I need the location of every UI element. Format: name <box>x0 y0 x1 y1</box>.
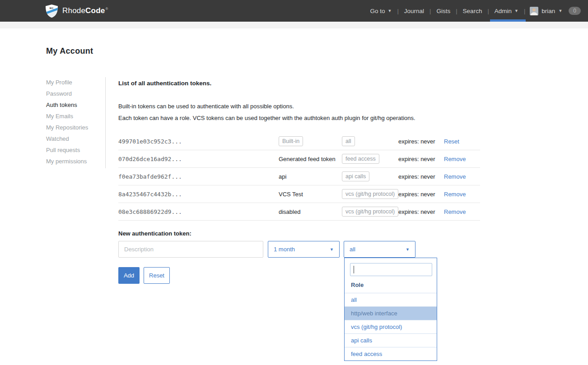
dropdown-group-label: Role <box>351 282 364 288</box>
user-menu[interactable]: brian ▼ <box>530 7 562 15</box>
token-description: api <box>279 173 286 180</box>
sidebar-item-watched[interactable]: Watched <box>46 133 104 144</box>
section-heading: List of all authentication tokens. <box>118 80 211 87</box>
token-role-badge: api calls <box>342 171 369 181</box>
username: brian <box>541 8 555 14</box>
nav-item-label: Journal <box>404 8 424 14</box>
role-select[interactable]: all ▼ <box>344 241 415 258</box>
token-role-badge: all <box>342 136 355 146</box>
top-navbar: RC RhodeCode® Go to ▼ | Journal | Gists … <box>0 0 588 22</box>
caret-down-icon: ▼ <box>387 9 392 13</box>
token-value: f0ea73bafde962f... <box>118 173 182 180</box>
nav-separator: | <box>397 8 398 14</box>
token-row: f0ea73bafde962f... api api calls expires… <box>118 168 480 185</box>
auth-tokens-panel: List of all authentication tokens. Built… <box>118 78 480 361</box>
token-value: 08e3c68886922d9... <box>118 208 182 215</box>
sidebar-divider <box>105 77 106 168</box>
page: RC RhodeCode® Go to ▼ | Journal | Gists … <box>0 0 588 365</box>
nav-separator: | <box>456 8 457 14</box>
dropdown-options: all http/web interface vcs (git/hg proto… <box>345 293 437 360</box>
add-button[interactable]: Add <box>118 267 140 284</box>
dropdown-option-feed-access[interactable]: feed access <box>345 347 437 360</box>
new-token-label: New authentication token: <box>118 230 191 237</box>
token-expires: expires: never <box>398 138 435 145</box>
token-reset-link[interactable]: Reset <box>444 138 459 145</box>
sidebar-item-auth-tokens[interactable]: Auth tokens <box>46 99 104 111</box>
text-cursor <box>354 266 354 273</box>
token-table: 499701e03c952c3... Built-in all expires:… <box>118 133 480 221</box>
caret-down-icon: ▼ <box>558 9 562 13</box>
token-row: 8a4235467c4432b... VCS Test vcs (git/hg … <box>118 185 480 203</box>
intro-text-2: Each token can have a role. VCS tokens c… <box>118 115 415 121</box>
token-description: Generated feed token <box>279 156 336 162</box>
dropdown-option-http-web[interactable]: http/web interface <box>345 306 437 320</box>
nav-item-gists[interactable]: Gists <box>435 0 451 22</box>
sidebar-item-my-repositories[interactable]: My Repositories <box>46 122 104 133</box>
token-row: 08e3c68886922d9... disabled vcs (git/hg … <box>118 203 480 221</box>
dropdown-search-input[interactable] <box>350 263 432 276</box>
token-description-input[interactable] <box>118 241 263 258</box>
nav-item-goto[interactable]: Go to ▼ <box>369 0 392 22</box>
registered-mark: ® <box>105 7 108 11</box>
token-role-badge: vcs (git/hg protocol) <box>342 189 398 199</box>
sidebar-item-pull-requests[interactable]: Pull requests <box>46 144 104 156</box>
token-role-badge: feed access <box>342 154 379 164</box>
sidebar-item-my-permissions[interactable]: My permissions <box>46 156 104 167</box>
page-title: My Account <box>46 46 93 56</box>
dropdown-option-vcs[interactable]: vcs (git/hg protocol) <box>345 320 437 333</box>
token-remove-link[interactable]: Remove <box>444 173 466 180</box>
nav-item-label: Go to <box>370 8 385 14</box>
token-row: 499701e03c952c3... Built-in all expires:… <box>118 133 480 150</box>
token-description: VCS Test <box>279 191 303 198</box>
token-value: 499701e03c952c3... <box>118 138 182 145</box>
token-role-badge: vcs (git/hg protocol) <box>342 207 398 217</box>
role-select-dropdown: Role all http/web interface vcs (git/hg … <box>344 258 437 361</box>
sidebar-item-my-profile[interactable]: My Profile <box>46 77 104 88</box>
lifetime-select-value: 1 month <box>274 246 295 253</box>
reset-button[interactable]: Reset <box>144 267 170 284</box>
caret-down-icon: ▼ <box>330 247 334 252</box>
token-expires: expires: never <box>398 191 435 198</box>
token-remove-link[interactable]: Remove <box>444 208 466 215</box>
rhodecode-logo-icon: RC <box>45 4 58 18</box>
token-description: disabled <box>279 208 300 215</box>
svg-text:RC: RC <box>49 6 54 10</box>
token-expires: expires: never <box>398 156 435 162</box>
caret-down-icon: ▼ <box>406 247 410 252</box>
token-value: 070d26dce16ad92... <box>118 156 182 162</box>
dropdown-option-all[interactable]: all <box>345 293 437 306</box>
brand-text: RhodeCode® <box>62 6 108 15</box>
nav-item-label: Gists <box>436 8 450 14</box>
role-select-value: all <box>350 246 355 253</box>
dropdown-option-api-calls[interactable]: api calls <box>345 333 437 347</box>
nav-separator: | <box>429 8 431 14</box>
token-row: 070d26dce16ad92... Generated feed token … <box>118 150 480 168</box>
account-sidebar: My Profile Password Auth tokens My Email… <box>46 77 104 167</box>
token-value: 8a4235467c4432b... <box>118 191 182 198</box>
token-remove-link[interactable]: Remove <box>444 156 466 162</box>
caret-down-icon: ▼ <box>514 9 518 13</box>
sidebar-item-password[interactable]: Password <box>46 88 104 99</box>
nav-item-admin[interactable]: Admin ▼ <box>494 0 519 22</box>
nav-item-journal[interactable]: Journal <box>403 0 425 22</box>
token-expires: expires: never <box>398 173 435 180</box>
nav-item-label: Search <box>463 8 482 14</box>
user-avatar <box>530 7 538 15</box>
lifetime-select[interactable]: 1 month ▼ <box>268 241 340 258</box>
notification-badge[interactable]: 0 <box>569 7 581 15</box>
nav-item-search[interactable]: Search <box>462 0 483 22</box>
sub-header-strip <box>0 22 588 28</box>
token-expires: expires: never <box>398 208 435 215</box>
nav-separator: | <box>524 8 525 14</box>
token-description-badge: Built-in <box>279 136 303 146</box>
intro-text-1: Built-in tokens can be used to authentic… <box>118 103 294 110</box>
token-remove-link[interactable]: Remove <box>444 191 466 198</box>
brand-link[interactable]: RC RhodeCode® <box>45 4 108 18</box>
nav-item-label: Admin <box>495 8 512 14</box>
top-navigation: Go to ▼ | Journal | Gists | Search | Adm… <box>369 0 583 22</box>
sidebar-item-my-emails[interactable]: My Emails <box>46 111 104 122</box>
nav-separator: | <box>487 8 489 14</box>
